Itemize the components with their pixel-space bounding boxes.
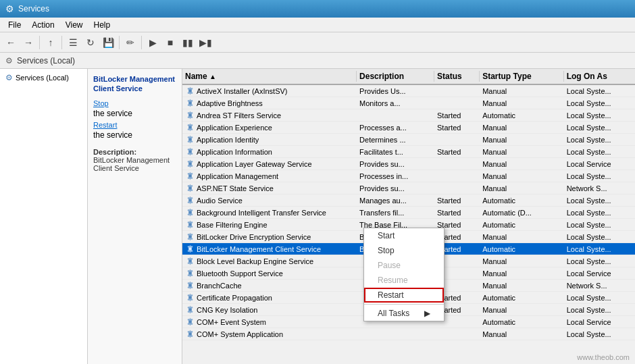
service-name-cell: Adaptive Brightness <box>182 98 357 109</box>
toolbar-separator-1 <box>39 36 40 49</box>
service-icon <box>185 244 195 254</box>
stop-suffix: the service <box>93 109 132 118</box>
service-status-cell: Started <box>434 196 480 205</box>
show-console-tree-button[interactable]: ☰ <box>65 34 81 51</box>
menu-file[interactable]: File <box>3 19 26 31</box>
service-startup-cell: Manual <box>480 281 563 290</box>
table-row[interactable]: Application InformationFacilitates t...S… <box>182 146 635 158</box>
service-status-cell: Started <box>434 208 480 217</box>
service-status-cell: Started <box>434 147 480 157</box>
service-startup-cell: Automatic <box>480 317 563 327</box>
up-button[interactable]: ↑ <box>43 34 59 51</box>
table-row[interactable]: Application ExperienceProcesses a...Star… <box>182 122 635 134</box>
forward-button[interactable]: → <box>20 34 36 51</box>
service-name-text: BitLocker Drive Encryption Service <box>197 233 311 241</box>
service-desc-cell: Transfers fil... <box>357 208 434 217</box>
service-icon <box>185 99 195 108</box>
service-icon <box>185 281 195 290</box>
service-logon-cell: Local Syste... <box>564 196 635 205</box>
service-icon <box>185 317 195 327</box>
header-startup[interactable]: Startup Type <box>480 71 563 82</box>
table-row[interactable]: Application ManagementProcesses in...Man… <box>182 170 635 182</box>
service-icon <box>185 220 195 230</box>
header-name[interactable]: Name ▲ <box>182 71 357 82</box>
context-menu-start[interactable]: Start <box>364 228 444 243</box>
all-tasks-label: All Tasks <box>378 309 409 318</box>
restart-service-link[interactable]: Restart <box>93 121 176 129</box>
service-logon-cell: Local Syste... <box>564 330 635 339</box>
service-status-cell <box>434 188 480 189</box>
service-name-text: Certificate Propagation <box>197 294 272 302</box>
service-name-cell: Bluetooth Support Service <box>182 268 357 279</box>
table-row[interactable]: Application Layer Gateway ServiceProvide… <box>182 158 635 170</box>
service-description: Description: BitLocker Management Client… <box>93 148 176 172</box>
table-row[interactable]: ActiveX Installer (AxInstSV)Provides Us.… <box>182 85 635 97</box>
service-startup-cell: Manual <box>480 330 563 339</box>
context-menu-stop[interactable]: Stop <box>364 243 444 258</box>
service-logon-cell: Local Service <box>564 317 635 327</box>
properties-button[interactable]: ✏ <box>122 34 138 51</box>
service-name-text: COM+ Event System <box>197 318 266 326</box>
context-menu-pause[interactable]: Pause <box>364 258 444 273</box>
context-menu-all-tasks[interactable]: All Tasks ▶ <box>364 306 444 321</box>
restart-button[interactable]: ▶▮ <box>197 34 213 51</box>
service-icon <box>185 172 195 181</box>
service-name-text: COM+ System Application <box>197 330 283 338</box>
table-header: Name ▲ Description Status Startup Type L… <box>182 69 635 85</box>
table-body: ActiveX Installer (AxInstSV)Provides Us.… <box>182 85 635 364</box>
service-icon <box>185 159 195 169</box>
table-row[interactable]: Background Intelligent Transfer ServiceT… <box>182 207 635 219</box>
right-panel: BitLocker Management Client Service Stop… <box>88 69 635 364</box>
service-icon <box>185 135 195 145</box>
service-icon <box>185 257 195 266</box>
service-status-cell <box>434 176 480 177</box>
stop-service-link[interactable]: Stop <box>93 99 176 107</box>
address-bar: ⚙ Services (Local) <box>0 53 635 69</box>
pause-button[interactable]: ▮▮ <box>180 34 196 51</box>
table-row[interactable]: ASP.NET State ServiceProvides su...Manua… <box>182 182 635 194</box>
service-startup-cell: Manual <box>480 232 563 242</box>
table-row[interactable]: Audio ServiceManages au...StartedAutomat… <box>182 194 635 207</box>
service-name-text: Adaptive Brightness <box>197 99 263 107</box>
context-menu-restart[interactable]: Restart <box>364 288 444 303</box>
service-name-text: Application Information <box>197 148 272 156</box>
service-startup-cell: Automatic <box>480 111 563 120</box>
table-row[interactable]: COM+ System ApplicationManualLocal Syste… <box>182 328 635 340</box>
menu-view[interactable]: View <box>60 19 88 31</box>
start-button[interactable]: ▶ <box>145 34 161 51</box>
service-name-cell: ActiveX Installer (AxInstSV) <box>182 86 357 97</box>
refresh-button[interactable]: ↻ <box>82 34 99 51</box>
stop-button[interactable]: ■ <box>162 34 178 51</box>
service-startup-cell: Manual <box>480 86 563 96</box>
service-desc-cell: Provides Us... <box>357 86 434 96</box>
back-button[interactable]: ← <box>3 34 19 51</box>
table-row[interactable]: Andrea ST Filters ServiceStartedAutomati… <box>182 109 635 122</box>
context-menu-resume[interactable]: Resume <box>364 273 444 288</box>
service-startup-cell: Manual <box>480 172 563 181</box>
service-startup-cell: Manual <box>480 184 563 193</box>
service-name-text: Andrea ST Filters Service <box>197 111 281 120</box>
menu-help[interactable]: Help <box>88 19 116 31</box>
service-title: BitLocker Management Client Service <box>93 74 176 94</box>
service-desc-cell: Manages au... <box>357 196 434 205</box>
table-row[interactable]: Adaptive BrightnessMonitors a...ManualLo… <box>182 97 635 109</box>
service-startup-cell: Manual <box>480 147 563 157</box>
service-logon-cell: Local Syste... <box>564 257 635 266</box>
address-text: Services (Local) <box>17 56 75 66</box>
export-button[interactable]: 💾 <box>100 34 116 51</box>
menu-action[interactable]: Action <box>26 19 59 31</box>
service-name-text: Background Intelligent Transfer Service <box>197 209 326 217</box>
service-startup-cell: Manual <box>480 269 563 278</box>
service-startup-cell: Manual <box>480 257 563 266</box>
service-name-text: Application Experience <box>197 124 272 132</box>
service-startup-cell: Manual <box>480 159 563 169</box>
submenu-arrow: ▶ <box>424 309 430 318</box>
table-row[interactable]: Application IdentityDetermines ...Manual… <box>182 134 635 146</box>
service-logon-cell: Local Service <box>564 159 635 169</box>
header-logon[interactable]: Log On As <box>564 71 635 82</box>
service-name-cell: Application Management <box>182 171 357 182</box>
header-description[interactable]: Description <box>357 71 434 82</box>
header-status[interactable]: Status <box>434 71 480 82</box>
service-logon-cell: Local Syste... <box>564 244 635 254</box>
nav-item-services-local[interactable]: ⚙ Services (Local) <box>3 72 84 84</box>
